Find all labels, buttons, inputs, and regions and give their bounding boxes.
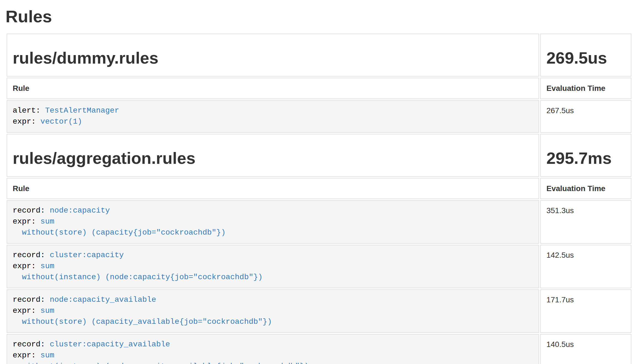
rule-code-link[interactable]: vector(1)	[40, 117, 82, 126]
rule-code-link[interactable]: sum	[40, 351, 54, 360]
rule-code-key: expr:	[13, 306, 40, 315]
rule-code-link[interactable]: TestAlertManager	[45, 106, 119, 115]
rule-group-file: rules/aggregation.rules	[13, 149, 533, 167]
rule-row: record: cluster:capacity_available expr:…	[7, 334, 631, 364]
rule-code-key: record:	[13, 251, 50, 259]
column-header-rule: Rule	[7, 78, 539, 99]
rule-group-file: rules/dummy.rules	[13, 49, 533, 67]
rule-definition: record: node:capacity expr: sum without(…	[13, 205, 533, 238]
rule-eval-time: 142.5us	[540, 245, 631, 288]
rule-code-link[interactable]: without(store) (capacity_available{job="…	[22, 317, 272, 326]
rule-definition: record: cluster:capacity_available expr:…	[13, 339, 533, 364]
rule-group-eval-total-cell: 295.7ms	[540, 134, 631, 177]
rule-code-key: expr:	[13, 351, 40, 360]
rule-code-key: expr:	[13, 217, 40, 226]
rule-code-link[interactable]: sum	[40, 262, 54, 270]
rule-definition: record: cluster:capacity expr: sum witho…	[13, 250, 533, 283]
rule-eval-time: 140.5us	[540, 334, 631, 364]
rule-code-link[interactable]: sum	[40, 306, 54, 315]
rule-eval-time: 267.5us	[540, 100, 631, 133]
rule-code-link[interactable]: node:capacity	[50, 206, 110, 215]
column-header-eval-time: Evaluation Time	[540, 78, 631, 99]
column-header-row: RuleEvaluation Time	[7, 178, 631, 199]
rule-definition-cell: alert: TestAlertManager expr: vector(1)	[7, 100, 539, 133]
rule-group-eval-total-cell: 269.5us	[540, 34, 631, 77]
rule-code-link[interactable]: without(instance) (node:capacity_availab…	[22, 362, 309, 364]
rule-row: record: cluster:capacity expr: sum witho…	[7, 245, 631, 288]
rule-code-link[interactable]: sum	[40, 217, 54, 226]
rule-eval-time: 171.7us	[540, 289, 631, 333]
page-title: Rules	[6, 7, 632, 26]
rule-definition-cell: record: cluster:capacity expr: sum witho…	[7, 245, 539, 288]
rule-group-eval-total: 295.7ms	[546, 149, 625, 167]
rule-code-link[interactable]: cluster:capacity	[50, 251, 124, 259]
rule-definition-cell: record: cluster:capacity_available expr:…	[7, 334, 539, 364]
rule-code-key: expr:	[13, 262, 40, 270]
rule-code-key: expr:	[13, 117, 40, 126]
rule-code-key	[13, 228, 22, 237]
rule-group-eval-total: 269.5us	[546, 49, 625, 67]
column-header-row: RuleEvaluation Time	[7, 78, 631, 99]
rule-code-link[interactable]: node:capacity_available	[50, 295, 156, 304]
rule-definition: record: node:capacity_available expr: su…	[13, 294, 533, 327]
rule-row: record: node:capacity expr: sum without(…	[7, 200, 631, 244]
rule-code-link[interactable]: cluster:capacity_available	[50, 340, 170, 349]
column-header-eval-time: Evaluation Time	[540, 178, 631, 199]
rule-code-key	[13, 273, 22, 281]
rule-group-name-cell: rules/dummy.rules	[7, 34, 539, 77]
rule-eval-time: 351.3us	[540, 200, 631, 244]
rule-code-key: record:	[13, 295, 50, 304]
rule-code-key: alert:	[13, 106, 45, 115]
rule-code-key: record:	[13, 340, 50, 349]
rule-definition-cell: record: node:capacity expr: sum without(…	[7, 200, 539, 244]
rule-code-link[interactable]: without(instance) (node:capacity{job="co…	[22, 273, 263, 281]
rule-group-row: rules/dummy.rules269.5us	[7, 34, 631, 77]
rule-definition: alert: TestAlertManager expr: vector(1)	[13, 105, 533, 127]
rules-table-body: rules/dummy.rules269.5usRuleEvaluation T…	[7, 34, 631, 364]
rule-code-link[interactable]: without(store) (capacity{job="cockroachd…	[22, 228, 226, 237]
rule-group-name-cell: rules/aggregation.rules	[7, 134, 539, 177]
rules-table: rules/dummy.rules269.5usRuleEvaluation T…	[6, 32, 632, 364]
rule-row: record: node:capacity_available expr: su…	[7, 289, 631, 333]
rule-definition-cell: record: node:capacity_available expr: su…	[7, 289, 539, 333]
rule-code-key	[13, 317, 22, 326]
rule-group-row: rules/aggregation.rules295.7ms	[7, 134, 631, 177]
column-header-rule: Rule	[7, 178, 539, 199]
rule-code-key: record:	[13, 206, 50, 215]
rule-code-key	[13, 362, 22, 364]
rule-row: alert: TestAlertManager expr: vector(1)2…	[7, 100, 631, 133]
